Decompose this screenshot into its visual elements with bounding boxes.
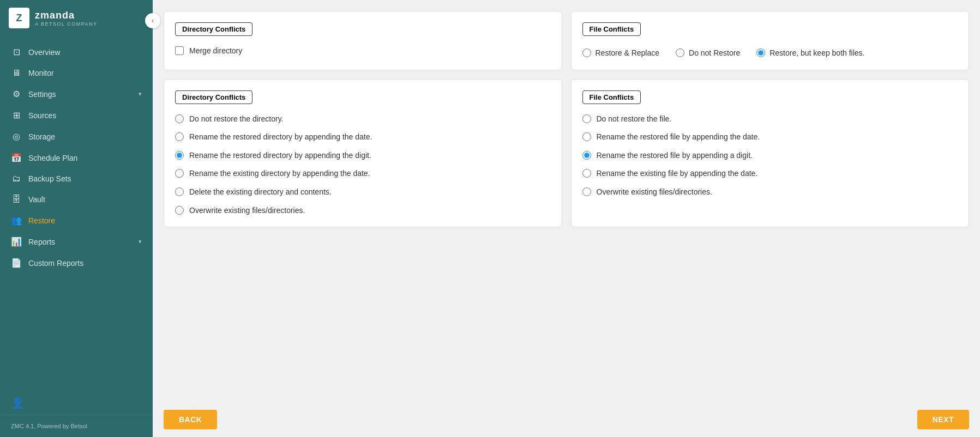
file-overwrite-label[interactable]: Overwrite existing files/directories. <box>597 187 712 198</box>
sidebar-item-overview[interactable]: ⊡ Overview <box>0 41 153 63</box>
dir-rename-existing-date-option: Rename the existing directory by appendi… <box>175 168 551 179</box>
file-rename-date-radio[interactable] <box>582 132 591 141</box>
sidebar-label-monitor: Monitor <box>28 69 54 77</box>
dir-rename-digit-option: Rename the restored directory by appendi… <box>175 150 551 161</box>
schedule-icon: 📅 <box>11 153 22 163</box>
file-rename-existing-date-option: Rename the existing file by appending th… <box>582 168 958 179</box>
logo-name: zmanda <box>35 10 98 21</box>
sidebar: Z zmanda A BETSOL COMPANY ‹ ⊡ Overview 🖥… <box>0 0 153 437</box>
restore-keep-both-label[interactable]: Restore, but keep both files. <box>769 48 864 59</box>
dir-delete-existing-option: Delete the existing directory and conten… <box>175 187 551 198</box>
sidebar-label-schedule-plan: Schedule Plan <box>28 154 77 162</box>
restore-keep-both-radio[interactable] <box>756 48 765 57</box>
reports-arrow-icon: ▾ <box>139 238 142 245</box>
logo-area: Z zmanda A BETSOL COMPANY <box>0 0 153 36</box>
restore-keep-both-option: Restore, but keep both files. <box>756 48 864 59</box>
overview-icon: ⊡ <box>11 47 22 57</box>
file-no-restore-option: Do not restore the file. <box>582 114 958 125</box>
sidebar-label-backup-sets: Backup Sets <box>28 174 71 183</box>
file-overwrite-radio[interactable] <box>582 187 591 196</box>
content-area: Directory Conflicts Merge directory File… <box>153 0 980 402</box>
dir-rename-date-radio[interactable] <box>175 132 184 141</box>
dir-rename-digit-radio[interactable] <box>175 151 184 160</box>
dir-rename-existing-date-radio[interactable] <box>175 169 184 178</box>
logo-icon: Z <box>9 8 29 28</box>
bottom-bar: BACK NEXT <box>153 402 980 437</box>
dir-overwrite-label[interactable]: Overwrite existing files/directories. <box>189 205 305 216</box>
sidebar-label-restore: Restore <box>28 216 55 225</box>
dir-overwrite-option: Overwrite existing files/directories. <box>175 205 551 216</box>
bottom-dir-conflicts-title: Directory Conflicts <box>175 90 252 104</box>
restore-icon: 👥 <box>11 215 22 226</box>
sidebar-item-reports[interactable]: 📊 Reports ▾ <box>0 231 153 252</box>
dir-rename-date-option: Rename the restored directory by appendi… <box>175 132 551 143</box>
top-dir-conflicts-title: Directory Conflicts <box>175 22 252 36</box>
sources-icon: ⊞ <box>11 110 22 120</box>
sidebar-item-backup-sets[interactable]: 🗂 Backup Sets <box>0 168 153 189</box>
top-file-conflicts-title: File Conflicts <box>582 22 641 36</box>
sidebar-item-sources[interactable]: ⊞ Sources <box>0 105 153 126</box>
sidebar-label-settings: Settings <box>28 90 56 99</box>
logo-subtitle: A BETSOL COMPANY <box>35 21 98 27</box>
bottom-cards-row: Directory Conflicts Do not restore the d… <box>164 79 969 228</box>
sidebar-label-custom-reports: Custom Reports <box>28 259 83 268</box>
sidebar-item-schedule-plan[interactable]: 📅 Schedule Plan <box>0 147 153 168</box>
sidebar-item-vault[interactable]: 🗄 Vault <box>0 189 153 210</box>
settings-icon: ⚙ <box>11 89 22 99</box>
dir-rename-digit-label[interactable]: Rename the restored directory by appendi… <box>189 150 371 161</box>
sidebar-label-reports: Reports <box>28 238 55 246</box>
settings-arrow-icon: ▾ <box>139 90 142 98</box>
do-not-restore-label[interactable]: Do not Restore <box>689 48 740 59</box>
dir-no-restore-radio[interactable] <box>175 114 184 123</box>
merge-directory-label[interactable]: Merge directory <box>189 46 242 57</box>
storage-icon: ◎ <box>11 131 22 142</box>
back-button[interactable]: BACK <box>164 410 217 429</box>
sidebar-item-settings[interactable]: ⚙ Settings ▾ <box>0 83 153 105</box>
user-icon[interactable]: 👤 <box>0 391 153 415</box>
file-no-restore-radio[interactable] <box>582 114 591 123</box>
sidebar-label-sources: Sources <box>28 111 56 120</box>
bottom-file-conflicts-card: File Conflicts Do not restore the file. … <box>571 79 970 228</box>
dir-no-restore-option: Do not restore the directory. <box>175 114 551 125</box>
file-no-restore-label[interactable]: Do not restore the file. <box>597 114 672 125</box>
file-rename-date-option: Rename the restored file by appending th… <box>582 132 958 143</box>
footer-text: ZMC 4.1, Powered by Betsol <box>0 415 153 437</box>
bottom-directory-conflicts-card: Directory Conflicts Do not restore the d… <box>164 79 562 228</box>
sidebar-label-overview: Overview <box>28 48 60 57</box>
dir-no-restore-label[interactable]: Do not restore the directory. <box>189 114 283 125</box>
restore-replace-label[interactable]: Restore & Replace <box>596 48 660 59</box>
dir-delete-existing-label[interactable]: Delete the existing directory and conten… <box>189 187 332 198</box>
sidebar-item-custom-reports[interactable]: 📄 Custom Reports <box>0 252 153 274</box>
file-rename-digit-option: Rename the restored file by appending a … <box>582 150 958 161</box>
sidebar-item-restore[interactable]: 👥 Restore <box>0 210 153 231</box>
merge-directory-checkbox[interactable] <box>175 46 184 55</box>
backup-sets-icon: 🗂 <box>11 174 22 184</box>
sidebar-item-monitor[interactable]: 🖥 Monitor <box>0 63 153 83</box>
next-button[interactable]: NEXT <box>917 410 969 429</box>
sidebar-toggle-button[interactable]: ‹ <box>145 13 160 28</box>
file-rename-existing-date-label[interactable]: Rename the existing file by appending th… <box>597 168 758 179</box>
file-rename-digit-label[interactable]: Rename the restored file by appending a … <box>597 150 753 161</box>
sidebar-label-vault: Vault <box>28 195 45 204</box>
file-overwrite-option: Overwrite existing files/directories. <box>582 187 958 198</box>
file-rename-existing-date-radio[interactable] <box>582 169 591 178</box>
dir-overwrite-radio[interactable] <box>175 206 184 215</box>
file-rename-date-label[interactable]: Rename the restored file by appending th… <box>597 132 760 143</box>
dir-rename-existing-date-label[interactable]: Rename the existing directory by appendi… <box>189 168 370 179</box>
restore-replace-option: Restore & Replace <box>582 48 660 59</box>
top-file-conflicts-card: File Conflicts Restore & Replace Do not … <box>571 11 970 70</box>
reports-icon: 📊 <box>11 236 22 247</box>
main-content: Directory Conflicts Merge directory File… <box>153 0 980 437</box>
dir-delete-existing-radio[interactable] <box>175 187 184 196</box>
restore-replace-radio[interactable] <box>582 48 591 57</box>
monitor-icon: 🖥 <box>11 68 22 78</box>
top-directory-conflicts-card: Directory Conflicts Merge directory <box>164 11 562 70</box>
top-file-conflicts-options: Restore & Replace Do not Restore Restore… <box>582 46 958 59</box>
bottom-file-conflicts-title: File Conflicts <box>582 90 641 104</box>
sidebar-item-storage[interactable]: ◎ Storage <box>0 126 153 147</box>
file-rename-digit-radio[interactable] <box>582 151 591 160</box>
sidebar-nav: ⊡ Overview 🖥 Monitor ⚙ Settings ▾ ⊞ Sour… <box>0 36 153 391</box>
merge-directory-option: Merge directory <box>175 46 551 57</box>
dir-rename-date-label[interactable]: Rename the restored directory by appendi… <box>189 132 372 143</box>
do-not-restore-radio[interactable] <box>676 48 684 57</box>
